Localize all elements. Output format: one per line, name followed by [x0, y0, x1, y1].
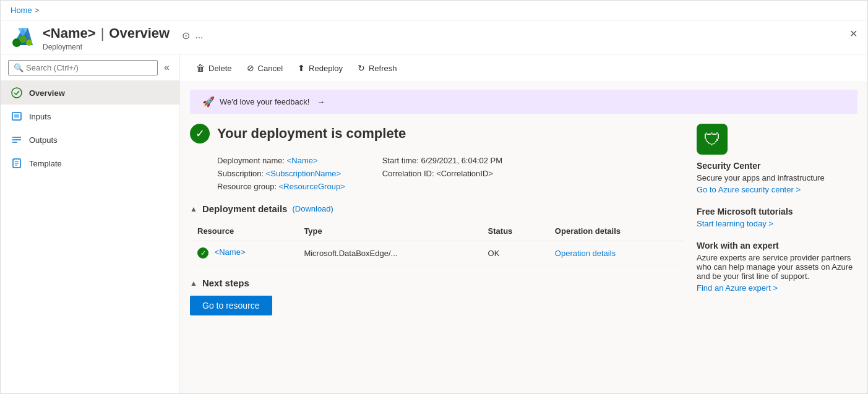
delete-button[interactable]: 🗑 Delete	[190, 59, 238, 77]
deployment-status-icon: ✓	[190, 124, 210, 143]
search-input[interactable]	[26, 63, 152, 72]
svg-point-4	[19, 35, 27, 43]
resource-name: <Name>	[43, 25, 96, 41]
resource-group-label: Resource group:	[217, 182, 277, 191]
expert-section: Work with an expert Azure experts are se…	[697, 241, 857, 293]
row-type: Microsoft.DataBoxEdge/...	[296, 241, 480, 265]
expert-title: Work with an expert	[697, 241, 857, 251]
delete-icon: 🗑	[196, 63, 205, 73]
svg-point-6	[12, 88, 22, 98]
azure-logo	[11, 25, 35, 50]
go-to-resource-button[interactable]: Go to resource	[190, 296, 272, 315]
table-row: ✓ <Name> Microsoft.DataBoxEdge/... OK Op…	[190, 241, 684, 265]
collapse-icon[interactable]: ▲	[190, 205, 197, 213]
deployment-name-value[interactable]: <Name>	[287, 156, 318, 165]
overview-icon	[11, 87, 23, 99]
sidebar-template-label: Template	[29, 159, 62, 168]
deployment-table: Resource Type Status Operation details ✓…	[190, 221, 684, 265]
correlation-label: Correlation ID:	[382, 169, 434, 178]
download-link[interactable]: (Download)	[292, 204, 333, 213]
outputs-icon	[11, 134, 23, 146]
row-status: OK	[481, 241, 548, 265]
sidebar-outputs-label: Outputs	[29, 135, 58, 145]
sidebar-item-overview[interactable]: Overview	[1, 81, 179, 105]
refresh-button[interactable]: ↻ Refresh	[351, 59, 403, 77]
resource-type-label: Deployment	[43, 43, 204, 51]
feedback-text: We'd love your feedback!	[220, 97, 309, 106]
search-box[interactable]: 🔍	[8, 60, 158, 75]
tutorials-section: Free Microsoft tutorials Start learning …	[697, 207, 857, 228]
title-separator: |	[101, 25, 105, 41]
pin-button[interactable]: ⊙	[182, 30, 190, 41]
cancel-icon: ⊘	[247, 63, 254, 73]
svg-point-5	[26, 40, 32, 46]
redeploy-icon: ⬆	[298, 63, 305, 73]
sidebar-collapse-button[interactable]: «	[161, 59, 172, 75]
expert-desc: Azure experts are service provider partn…	[697, 253, 857, 281]
col-status: Status	[481, 221, 548, 241]
close-button[interactable]: ✕	[849, 28, 857, 40]
right-panel: 🛡 Security Center Secure your apps and i…	[684, 124, 857, 383]
cancel-button[interactable]: ⊘ Cancel	[241, 59, 289, 77]
security-center-link[interactable]: Go to Azure security center >	[697, 185, 857, 194]
tutorials-link[interactable]: Start learning today >	[697, 219, 857, 228]
resource-group-value[interactable]: <ResourceGroup>	[279, 182, 345, 191]
security-center-section: 🛡 Security Center Secure your apps and i…	[697, 124, 857, 194]
sidebar-item-inputs[interactable]: Inputs	[1, 105, 179, 128]
refresh-icon: ↻	[358, 63, 365, 73]
subscription-value[interactable]: <SubscriptionName>	[266, 169, 341, 178]
sidebar-item-outputs[interactable]: Outputs	[1, 128, 179, 152]
redeploy-button[interactable]: ⬆ Redeploy	[291, 59, 349, 77]
sidebar-nav: Overview Inputs Outputs	[1, 81, 179, 393]
expert-link[interactable]: Find an Azure expert >	[697, 283, 857, 293]
feedback-icon: 🚀	[202, 96, 215, 108]
next-steps-title: Next steps	[202, 278, 249, 288]
start-time-value: 6/29/2021, 6:04:02 PM	[421, 156, 503, 165]
subscription-label: Subscription:	[217, 169, 264, 178]
deployment-info: Deployment name: <Name> Subscription: <S…	[217, 156, 684, 191]
security-center-title: Security Center	[697, 161, 857, 171]
toolbar: 🗑 Delete ⊘ Cancel ⬆ Redeploy ↻ Refresh	[180, 54, 867, 82]
row-status-icon: ✓	[197, 247, 208, 259]
security-icon-wrap: 🛡	[697, 124, 728, 155]
sidebar-overview-label: Overview	[29, 88, 65, 98]
feedback-arrow: →	[317, 97, 325, 106]
col-operation: Operation details	[548, 221, 684, 241]
inputs-icon	[11, 110, 23, 122]
sidebar-inputs-label: Inputs	[29, 112, 51, 121]
deployment-name-label: Deployment name:	[217, 156, 285, 165]
details-section-title: Deployment details	[202, 203, 288, 214]
svg-rect-7	[12, 113, 21, 120]
correlation-value: <CorrelationID>	[436, 169, 493, 178]
feedback-banner[interactable]: 🚀 We'd love your feedback! →	[190, 90, 857, 114]
col-type: Type	[296, 221, 480, 241]
deployment-status-title: Your deployment is complete	[217, 126, 406, 142]
start-time-label: Start time:	[382, 156, 419, 165]
security-shield-icon: 🛡	[703, 129, 721, 150]
next-steps-collapse-icon[interactable]: ▲	[190, 279, 197, 288]
row-operation[interactable]: Operation details	[548, 241, 684, 265]
tutorials-title: Free Microsoft tutorials	[697, 207, 857, 216]
search-icon: 🔍	[14, 63, 24, 72]
col-resource: Resource	[190, 221, 296, 241]
security-center-desc: Secure your apps and infrastructure	[697, 173, 857, 182]
home-breadcrumb[interactable]: Home	[11, 6, 32, 15]
deployment-details-header: ▲ Deployment details (Download)	[190, 203, 684, 214]
template-icon	[11, 157, 23, 169]
breadcrumb-separator: >	[35, 6, 40, 15]
sidebar-item-template[interactable]: Template	[1, 152, 179, 175]
row-resource[interactable]: ✓ <Name>	[190, 241, 296, 265]
next-steps-header: ▲ Next steps	[190, 278, 684, 288]
page-title: Overview	[109, 25, 170, 41]
more-button[interactable]: ...	[195, 30, 203, 41]
